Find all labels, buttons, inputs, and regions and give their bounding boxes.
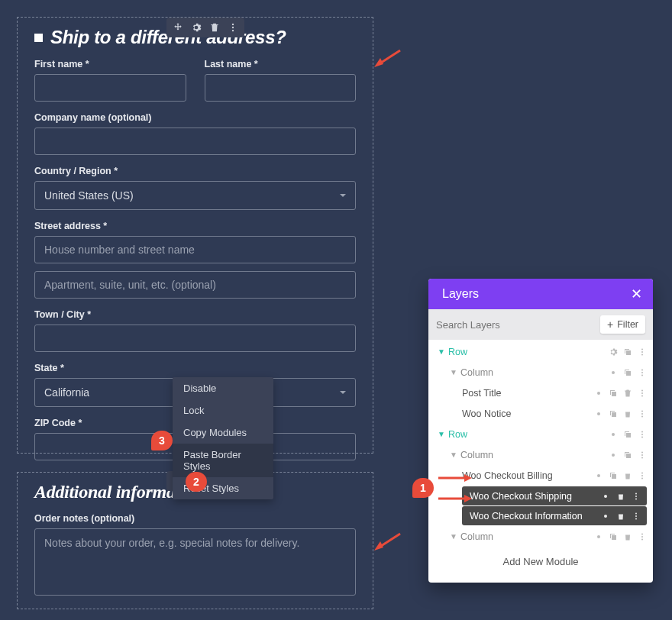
dots-icon[interactable]: [638, 430, 647, 439]
layer-row[interactable]: ▼ Row: [428, 424, 653, 444]
arrow-annotation: [373, 47, 403, 72]
svg-point-16: [641, 354, 643, 355]
svg-point-14: [641, 348, 643, 350]
layers-header: Layers ✕: [428, 279, 653, 309]
order-notes-textarea[interactable]: [34, 528, 356, 596]
layer-column[interactable]: ▼ Column: [428, 526, 653, 547]
gear-icon[interactable]: [594, 389, 603, 398]
svg-marker-13: [464, 495, 472, 502]
duplicate-icon[interactable]: [609, 409, 618, 418]
street-input-2[interactable]: [34, 271, 356, 299]
trash-icon[interactable]: [209, 22, 220, 33]
layer-row[interactable]: ▼ Row: [428, 341, 653, 362]
trash-icon[interactable]: [623, 532, 632, 541]
svg-point-23: [641, 410, 643, 412]
country-select[interactable]: United States (US): [34, 181, 356, 210]
layer-woo-information[interactable]: Woo Checkout Information: [462, 506, 647, 525]
svg-point-38: [635, 512, 637, 514]
svg-point-22: [641, 395, 643, 396]
duplicate-icon[interactable]: [609, 532, 618, 541]
layer-column[interactable]: ▼ Column: [428, 444, 653, 465]
gear-icon[interactable]: [594, 409, 603, 418]
arrow-annotation: [437, 492, 472, 506]
svg-point-21: [641, 392, 643, 394]
dots-icon[interactable]: [638, 409, 647, 418]
svg-point-37: [635, 498, 637, 499]
dots-icon[interactable]: [632, 512, 641, 521]
dots-icon[interactable]: [638, 450, 647, 460]
order-notes-label: Order notes (optional): [34, 513, 356, 524]
layer-label: Column: [460, 367, 609, 378]
chevron-down-icon[interactable]: ▼: [450, 368, 457, 376]
duplicate-icon[interactable]: [609, 389, 618, 398]
gear-icon[interactable]: [601, 492, 610, 501]
layer-post-title[interactable]: Post Title: [428, 383, 653, 403]
street-input-1[interactable]: [34, 236, 356, 263]
chevron-down-icon[interactable]: ▼: [450, 450, 457, 459]
street-label: Street address: [34, 221, 356, 231]
first-name-input[interactable]: [34, 74, 186, 102]
annotation-badge-1: 1: [412, 478, 434, 498]
state-label: State: [34, 363, 356, 373]
svg-point-42: [641, 536, 643, 538]
close-icon[interactable]: ✕: [631, 286, 642, 302]
duplicate-icon[interactable]: [623, 347, 632, 357]
gear-icon[interactable]: [609, 368, 618, 377]
svg-point-2: [232, 30, 234, 31]
layer-column[interactable]: ▼ Column: [428, 362, 653, 383]
gear-icon[interactable]: [594, 532, 603, 541]
dots-icon[interactable]: [638, 347, 647, 357]
add-new-module[interactable]: Add New Module: [428, 547, 653, 578]
trash-icon[interactable]: [623, 471, 632, 480]
layer-woo-shipping[interactable]: Woo Checkout Shipping: [462, 486, 647, 505]
ctx-disable[interactable]: Disable: [173, 377, 273, 399]
svg-point-0: [232, 24, 234, 25]
svg-point-27: [641, 434, 643, 435]
dots-icon[interactable]: [638, 532, 647, 541]
chevron-down-icon[interactable]: ▼: [438, 430, 445, 438]
dots-icon[interactable]: [638, 368, 647, 377]
dots-icon[interactable]: [228, 22, 238, 33]
ctx-lock[interactable]: Lock: [173, 399, 273, 421]
layers-search-input[interactable]: [436, 319, 594, 331]
chevron-down-icon[interactable]: ▼: [438, 347, 445, 356]
company-input[interactable]: [34, 128, 356, 155]
trash-icon[interactable]: [623, 409, 632, 418]
city-label: Town / City: [34, 309, 356, 320]
svg-point-34: [641, 477, 643, 479]
trash-icon[interactable]: [623, 389, 632, 398]
move-icon[interactable]: [173, 22, 183, 33]
last-name-input[interactable]: [205, 74, 357, 102]
svg-point-41: [641, 533, 643, 534]
trash-icon[interactable]: [616, 492, 625, 501]
annotation-badge-3: 3: [151, 431, 173, 450]
svg-point-36: [635, 496, 637, 497]
dots-icon[interactable]: [638, 471, 647, 480]
layer-woo-notice[interactable]: Woo Notice: [428, 403, 653, 424]
gear-icon[interactable]: [191, 22, 202, 33]
dots-icon[interactable]: [638, 389, 647, 398]
duplicate-icon[interactable]: [623, 450, 632, 460]
country-label: Country / Region: [34, 166, 356, 176]
ctx-paste-border-styles[interactable]: Paste Border Styles: [173, 444, 273, 477]
city-input[interactable]: [34, 325, 356, 352]
gear-icon[interactable]: [609, 430, 618, 439]
duplicate-icon[interactable]: [623, 430, 632, 439]
ctx-copy-modules[interactable]: Copy Modules: [173, 421, 273, 444]
duplicate-icon[interactable]: [609, 471, 618, 480]
svg-point-15: [641, 351, 643, 353]
gear-icon[interactable]: [609, 347, 618, 357]
svg-point-35: [635, 492, 637, 494]
gear-icon[interactable]: [594, 471, 603, 480]
svg-point-20: [641, 389, 643, 391]
gear-icon[interactable]: [601, 512, 610, 521]
gear-icon[interactable]: [609, 450, 618, 460]
svg-marker-7: [374, 58, 383, 67]
svg-point-40: [635, 518, 637, 519]
duplicate-icon[interactable]: [623, 368, 632, 377]
dots-icon[interactable]: [632, 492, 641, 501]
chevron-down-icon[interactable]: ▼: [450, 532, 457, 541]
ship-checkbox[interactable]: [34, 34, 43, 42]
filter-button[interactable]: +Filter: [600, 315, 645, 334]
trash-icon[interactable]: [616, 512, 625, 521]
